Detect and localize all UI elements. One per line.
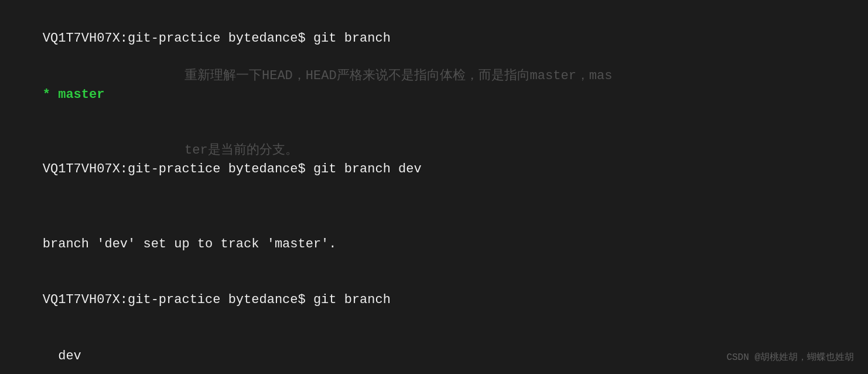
terminal-line: branch 'dev' set up to track 'master'.: [12, 216, 856, 273]
terminal-line: VQ1T7VH07X:git-practice bytedance$ git b…: [12, 11, 856, 67]
terminal-line: * master 重新理解一下HEAD，HEAD严格来说不是指向体检，而是指向m…: [12, 67, 856, 142]
output-green: * master: [43, 87, 105, 102]
terminal-line: VQ1T7VH07X:git-practice bytedance$ git b…: [12, 272, 856, 328]
prompt: VQ1T7VH07X:git-practice bytedance$ git b…: [43, 162, 422, 176]
output: dev: [43, 349, 81, 363]
watermark: CSDN @胡桃姓胡，蝴蝶也姓胡: [726, 351, 854, 363]
terminal-window: VQ1T7VH07X:git-practice bytedance$ git b…: [0, 0, 868, 374]
terminal-line: VQ1T7VH07X:git-practice bytedance$ git b…: [12, 141, 856, 216]
prompt: VQ1T7VH07X:git-practice bytedance$ git b…: [43, 293, 391, 307]
prompt: VQ1T7VH07X:git-practice bytedance$ git b…: [43, 31, 391, 46]
output: branch 'dev' set up to track 'master'.: [43, 237, 337, 251]
overlay-text: 重新理解一下HEAD，HEAD严格来说不是指向体检，而是指向master，mas: [184, 67, 612, 86]
overlay-text: ter是当前的分支。: [184, 141, 298, 160]
